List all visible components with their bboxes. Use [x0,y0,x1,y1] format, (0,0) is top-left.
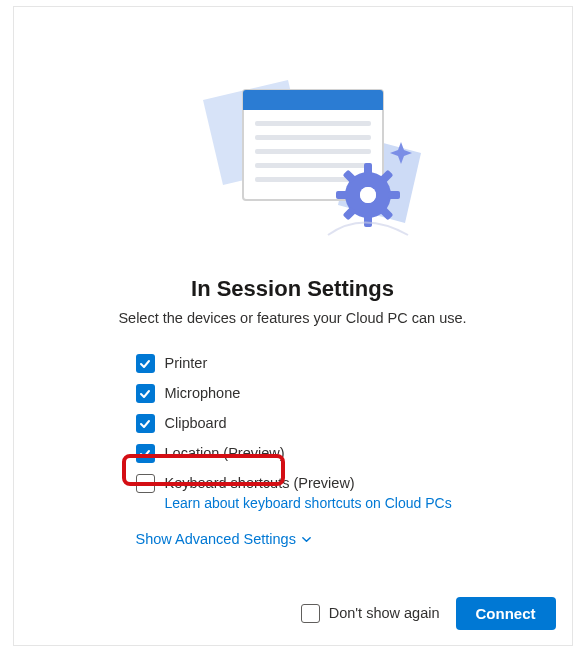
svg-rect-4 [243,107,383,110]
svg-rect-15 [388,191,400,199]
options-list: Printer Microphone Clipboard Loc [14,348,572,518]
svg-rect-5 [255,121,371,126]
connect-button[interactable]: Connect [456,597,556,630]
check-icon [139,358,151,370]
show-advanced-settings-link[interactable]: Show Advanced Settings [136,531,312,547]
dont-show-again-toggle[interactable]: Don't show again [301,603,440,623]
checkbox-printer[interactable] [136,354,155,373]
session-settings-dialog: In Session Settings Select the devices o… [13,6,573,646]
option-label: Microphone [165,383,241,403]
option-label: Printer [165,353,208,373]
dont-show-again-label: Don't show again [329,605,440,621]
option-label: Location (Preview) [165,443,285,463]
option-clipboard: Clipboard [136,408,572,438]
svg-rect-13 [364,215,372,227]
svg-rect-14 [336,191,348,199]
chevron-down-icon [301,534,312,545]
checkbox-clipboard[interactable] [136,414,155,433]
option-location: Location (Preview) [136,438,572,468]
svg-point-20 [360,187,376,203]
dialog-footer: Don't show again Connect [14,581,572,645]
option-label: Clipboard [165,413,227,433]
svg-rect-6 [255,135,371,140]
option-label: Keyboard shortcuts (Preview) [165,473,452,493]
checkbox-microphone[interactable] [136,384,155,403]
dialog-title: In Session Settings [14,276,572,302]
checkbox-location[interactable] [136,444,155,463]
check-icon [139,418,151,430]
svg-rect-7 [255,149,371,154]
svg-rect-8 [255,163,371,168]
checkbox-dont-show-again[interactable] [301,604,320,623]
settings-illustration-icon [143,25,443,255]
svg-rect-12 [364,163,372,175]
option-microphone: Microphone [136,378,572,408]
checkbox-keyboard-shortcuts[interactable] [136,474,155,493]
keyboard-shortcuts-link[interactable]: Learn about keyboard shortcuts on Cloud … [165,493,452,513]
hero-illustration [14,7,572,272]
option-keyboard-shortcuts: Keyboard shortcuts (Preview) Learn about… [136,468,572,518]
check-icon [139,388,151,400]
advanced-link-label: Show Advanced Settings [136,531,296,547]
dialog-subtitle: Select the devices or features your Clou… [14,310,572,326]
option-printer: Printer [136,348,572,378]
check-icon [139,448,151,460]
